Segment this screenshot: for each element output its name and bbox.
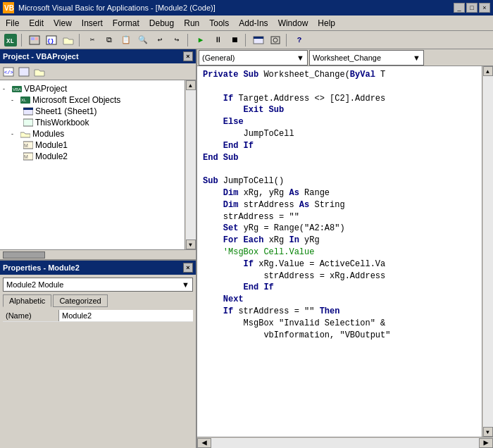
module2-icon: M (23, 151, 34, 161)
menu-insert[interactable]: Insert (77, 17, 107, 30)
code-vscroll-down[interactable]: ▼ (483, 427, 493, 437)
toolbar-folder[interactable] (61, 33, 76, 47)
menu-help[interactable]: Help (313, 17, 339, 30)
excel-objects-label: Microsoft Excel Objects (32, 95, 120, 105)
svg-text:</>: </> (4, 70, 13, 75)
code-line-20: Next (203, 294, 476, 306)
project-vscroll-track[interactable] (186, 90, 196, 239)
menu-run[interactable]: Run (180, 17, 204, 30)
toolbar-find[interactable]: 🔍 (135, 33, 151, 47)
toolbar-help[interactable]: ? (292, 33, 307, 47)
maximize-button[interactable]: □ (466, 3, 478, 13)
project-vscroll-down[interactable]: ▼ (186, 239, 196, 249)
menu-debug[interactable]: Debug (145, 17, 178, 30)
properties-dropdown-value: Module2 Module (6, 280, 63, 289)
toolbar-run[interactable]: ▶ (193, 33, 208, 47)
code-line-12: Dim strAddress As String (203, 199, 476, 211)
toolbar-reset[interactable]: ⏹ (227, 33, 242, 47)
close-button[interactable]: × (479, 3, 490, 13)
toolbar-undo[interactable]: ↩ (152, 33, 168, 47)
code-line-13: strAddress = "" (203, 211, 476, 223)
tree-node-module1[interactable]: M Module1 (3, 139, 182, 151)
toolbar-view-object[interactable] (27, 33, 42, 47)
tree-node-excel-objects[interactable]: - XL Microsoft Excel Objects (3, 94, 182, 106)
project-toggle-folders[interactable] (32, 66, 46, 78)
code-line-17: If xRg.Value = ActiveCell.Va (203, 259, 476, 270)
menu-format[interactable]: Format (108, 17, 144, 30)
props-tab-categorized[interactable]: Categorized (53, 294, 107, 307)
menu-view[interactable]: View (49, 17, 76, 30)
tree-node-vbaproject[interactable]: - VBA VBAProject (3, 83, 182, 94)
code-general-dropdown[interactable]: (General) ▼ (199, 50, 308, 66)
code-line-19: End If (203, 282, 476, 294)
code-hscroll-track[interactable] (211, 438, 479, 448)
toolbar-redo[interactable]: ↪ (169, 33, 185, 47)
code-toolbar: (General) ▼ Worksheet_Change ▼ (197, 49, 493, 66)
menu-window[interactable]: Window (274, 17, 313, 30)
code-line-4: Exit Sub (203, 104, 476, 116)
properties-panel: Properties - Module2 × Module2 Module ▼ … (0, 261, 196, 448)
project-hscroll[interactable] (0, 249, 196, 259)
project-view-object[interactable] (17, 66, 31, 78)
vbaproject-label: VBAProject (24, 84, 67, 94)
code-line-16: 'MsgBox Cell.Value (203, 247, 476, 259)
code-procedure-dropdown[interactable]: Worksheet_Change ▼ (309, 50, 424, 66)
project-tree[interactable]: - VBA VBAProject - XL Microsoft Excel Ob… (0, 80, 185, 249)
toolbar-break[interactable]: ⏸ (210, 33, 225, 47)
code-hscroll-right[interactable]: ▶ (479, 438, 493, 448)
toolbar-object-browser[interactable] (268, 33, 283, 47)
tree-node-thisworkbook[interactable]: ThisWorkbook (3, 117, 182, 128)
project-panel-close[interactable]: × (183, 51, 193, 61)
code-vscroll-track[interactable] (483, 76, 493, 427)
toolbar-paste[interactable]: 📋 (118, 33, 134, 47)
properties-table: (Name) Module2 (3, 310, 193, 322)
code-line-10: Sub JumpToCell() (203, 175, 476, 187)
svg-text:{}: {} (47, 37, 54, 44)
tree-expand-vbaproject: - (3, 85, 11, 92)
toolbar-excel-icon[interactable]: XL (3, 33, 18, 47)
title-bar: VB Microsoft Visual Basic for Applicatio… (0, 0, 493, 15)
code-procedure-value: Worksheet_Change (313, 54, 381, 62)
thisworkbook-label: ThisWorkbook (35, 118, 89, 127)
props-tab-alphabetic[interactable]: Alphabetic (3, 294, 51, 307)
toolbar-userform[interactable] (251, 33, 266, 47)
code-general-arrow: ▼ (297, 54, 304, 62)
properties-val-name[interactable]: Module2 (59, 310, 193, 321)
project-panel-title: Project - VBAProject (3, 52, 79, 61)
toolbar-copy[interactable]: ⧉ (101, 33, 117, 47)
toolbar-cut[interactable]: ✂ (85, 33, 100, 47)
properties-panel-close[interactable]: × (183, 263, 193, 273)
minimize-button[interactable]: _ (454, 3, 465, 13)
properties-panel-title: Properties - Module2 (3, 263, 80, 272)
project-panel: Project - VBAProject × </> - (0, 49, 196, 261)
toolbar-separator-2 (79, 34, 82, 46)
code-editor-area[interactable]: Private Sub Worksheet_Change(ByVal T If … (197, 66, 482, 437)
excel-objects-icon: XL (20, 95, 31, 105)
toolbar-view-code[interactable]: {} (44, 33, 59, 47)
project-vscroll[interactable]: ▲ ▼ (185, 80, 196, 249)
menu-addins[interactable]: Add-Ins (235, 17, 272, 30)
properties-content: Module2 Module ▼ Alphabetic Categorized … (0, 275, 196, 448)
tree-node-modules-folder[interactable]: - Modules (3, 128, 182, 139)
main-container: Project - VBAProject × </> - (0, 49, 493, 448)
menu-edit[interactable]: Edit (25, 17, 48, 30)
tree-expand-excel: - (11, 97, 20, 104)
tree-node-module2[interactable]: M Module2 (3, 151, 182, 162)
tree-node-sheet1[interactable]: Sheet1 (Sheet1) (3, 106, 182, 117)
properties-key-name: (Name) (3, 310, 59, 321)
menu-file[interactable]: File (1, 17, 23, 30)
toolbar-separator-4 (245, 34, 248, 46)
svg-rect-6 (35, 37, 38, 40)
project-hscroll-thumb[interactable] (3, 251, 45, 259)
properties-dropdown[interactable]: Module2 Module ▼ (3, 278, 193, 292)
project-vscroll-up[interactable]: ▲ (186, 80, 196, 90)
project-view-code[interactable]: </> (1, 66, 15, 78)
code-hscroll-left[interactable]: ◀ (197, 438, 211, 448)
menu-tools[interactable]: Tools (205, 17, 233, 30)
project-panel-toolbar: </> (0, 63, 196, 80)
title-bar-controls: _ □ × (454, 3, 490, 13)
code-procedure-arrow: ▼ (413, 54, 420, 62)
properties-row-name: (Name) Module2 (3, 310, 193, 322)
code-vscroll[interactable]: ▲ ▼ (482, 66, 493, 437)
code-vscroll-up[interactable]: ▲ (483, 66, 493, 76)
